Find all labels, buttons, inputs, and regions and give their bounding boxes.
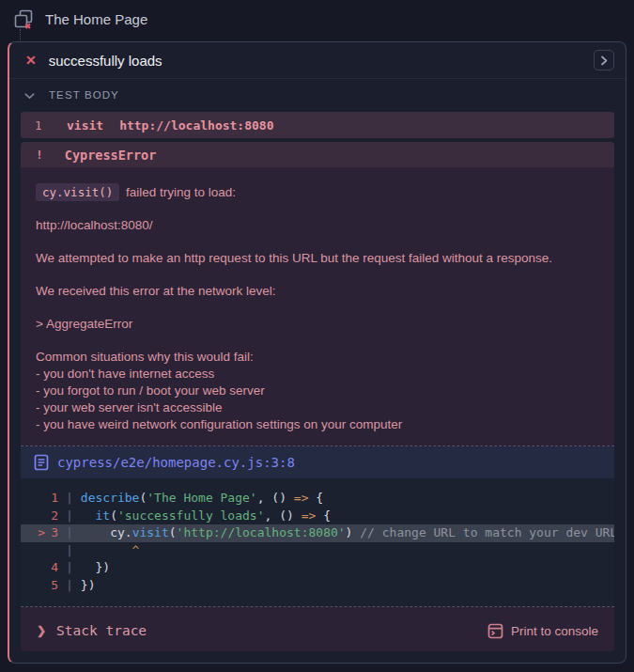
- error-name: CypressError: [65, 148, 157, 163]
- command-log-entry[interactable]: 1 visit http://localhost:8080: [21, 112, 614, 138]
- error-command-chip: cy.visit(): [36, 183, 119, 201]
- error-situation-line: - you forgot to run / boot your web serv…: [36, 383, 599, 399]
- error-message: cy.visit() failed trying to load: http:/…: [21, 167, 614, 445]
- error-paragraph: > AggregateError: [36, 316, 599, 333]
- command-number: 1: [35, 118, 48, 133]
- error-file-link[interactable]: cypress/e2e/homepage.cy.js:3:8: [21, 446, 614, 478]
- test-header[interactable]: ✕ successfully loads: [9, 42, 626, 78]
- chevron-right-icon: [600, 55, 609, 66]
- chevron-down-icon: [24, 86, 35, 103]
- file-icon: [34, 454, 49, 471]
- error-bang-icon: !: [36, 148, 43, 162]
- test-title: successfully loads: [49, 53, 594, 69]
- command-message: http://localhost:8080: [119, 118, 273, 133]
- error-paragraph: We received this error at the network le…: [36, 283, 599, 300]
- file-path: cypress/e2e/homepage.cy.js:3:8: [57, 455, 295, 470]
- error-footer: ❯ Stack trace Print to console: [21, 607, 614, 651]
- command-method: visit: [67, 118, 103, 133]
- error-block: ! CypressError cy.visit() failed trying …: [21, 142, 614, 651]
- code-line: 4| }): [21, 559, 614, 577]
- error-code-frame: cypress/e2e/homepage.cy.js:3:8 1|describ…: [21, 445, 614, 607]
- open-test-button[interactable]: [594, 50, 614, 70]
- print-to-console-label: Print to console: [511, 624, 598, 638]
- error-header: ! CypressError: [21, 142, 614, 167]
- test-body-label: TEST BODY: [49, 89, 119, 101]
- code-line: 2| it('successfully loads', () => {: [21, 508, 614, 525]
- error-url: http://localhost:8080/: [36, 217, 599, 234]
- error-paragraph: We attempted to make an http request to …: [36, 250, 599, 267]
- failed-test-panel: ✕ successfully loads TEST BODY 1 visit h…: [8, 41, 626, 664]
- code-line: 5|}): [21, 577, 614, 595]
- suite-connector-line: [20, 29, 21, 42]
- code-snippet: 1|describe('The Home Page', () => {2| it…: [21, 478, 614, 606]
- error-situation-line: - your web server isn't accessible: [36, 399, 599, 416]
- print-to-console-button[interactable]: Print to console: [487, 623, 598, 639]
- test-body-toggle[interactable]: TEST BODY: [9, 79, 626, 110]
- suite-failed-icon: [12, 8, 35, 30]
- stack-trace-label: Stack trace: [56, 623, 147, 638]
- test-failed-icon: ✕: [25, 53, 37, 68]
- suite-header[interactable]: The Home Page: [0, 0, 634, 38]
- error-situation-line: - you have weird network configuration s…: [36, 416, 599, 433]
- stack-trace-toggle[interactable]: ❯ Stack trace: [37, 623, 147, 638]
- error-situation-line: - you don't have internet access: [36, 366, 599, 383]
- error-paragraph: Common situations why this would fail:: [36, 349, 599, 366]
- code-line: >3| cy.visit('http://localhost:8080') //…: [21, 524, 614, 542]
- code-line: 1|describe('The Home Page', () => {: [21, 490, 614, 508]
- suite-title: The Home Page: [45, 11, 147, 27]
- error-intro-line: cy.visit() failed trying to load:: [36, 184, 599, 201]
- code-line: | ^: [21, 542, 614, 560]
- chevron-right-icon: ❯: [37, 624, 46, 637]
- error-situation-list: - you don't have internet access- you fo…: [36, 366, 599, 433]
- console-icon: [487, 623, 503, 639]
